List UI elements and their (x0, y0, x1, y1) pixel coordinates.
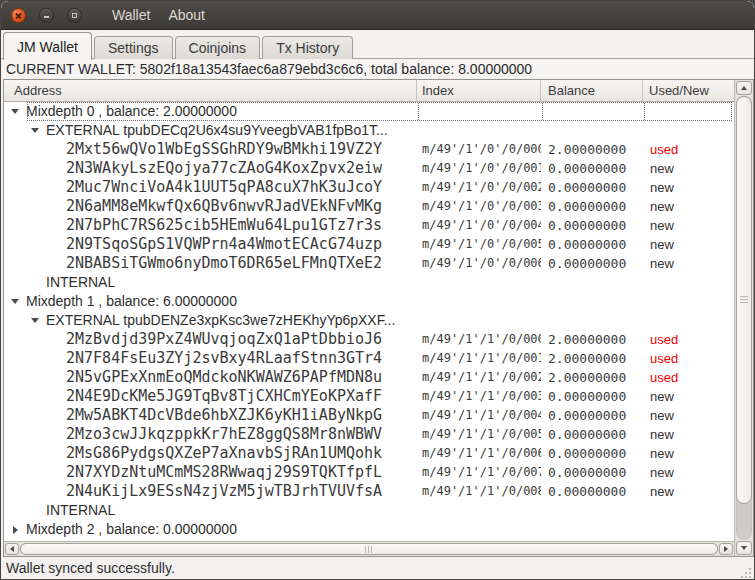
balance-cell: 2.00000000 (541, 330, 643, 349)
balance-cell: 2.00000000 (541, 349, 643, 368)
tree-row-address[interactable]: 2MzBvdjd39PxZ4WUvqjoqZxQ1aPtDbbioJ6m/49'… (4, 330, 734, 349)
scroll-left-button[interactable] (5, 543, 19, 555)
scroll-right-button[interactable] (719, 543, 733, 555)
column-header-address[interactable]: Address (4, 80, 417, 102)
tree-row-address[interactable]: 2N4E9DcKMe5JG9TqBv8TjCXHCmYEoKPXafFm/49'… (4, 387, 734, 406)
tree-row-address[interactable]: 2MsG86PydgsQXZeP7aXnavbSjRAn1UMQohkm/49'… (4, 444, 734, 463)
balance-cell: 0.00000000 (541, 197, 643, 216)
index-cell: m/49'/1'/1'/0/004 (417, 406, 541, 425)
resize-grip-icon[interactable] (739, 566, 751, 578)
column-header-index[interactable]: Index (417, 80, 541, 102)
tab-coinjoins[interactable]: Coinjoins (175, 36, 261, 59)
balance-cell (541, 292, 643, 311)
tree-row-address[interactable]: 2Mzo3cwJJkqzppkKr7hEZ8ggQS8Mr8nWBWVm/49'… (4, 425, 734, 444)
tree-row-address[interactable]: 2N6aMM8eMkwfQx6QBv6nwvRJadVEkNFvMKgm/49'… (4, 197, 734, 216)
tree-row-address[interactable]: 2N3WAkyLszEQojya77cZAoG4KoxZpvx2eiwm/49'… (4, 159, 734, 178)
expander-expanded-icon[interactable] (10, 102, 20, 121)
column-header-balance[interactable]: Balance (541, 80, 643, 102)
balance-cell: 0.00000000 (541, 387, 643, 406)
address-cell: 2MsG86PydgsQXZeP7aXnavbSjRAn1UMQohk (4, 444, 382, 463)
minimize-window-icon[interactable] (39, 8, 54, 23)
tree-label: INTERNAL (46, 273, 115, 292)
tab-bar: JM Wallet Settings Coinjoins Tx History (1, 30, 754, 59)
index-cell (417, 311, 541, 330)
status-cell: new (643, 235, 734, 254)
horizontal-scrollbar-thumb[interactable] (20, 543, 718, 555)
balance-cell (541, 102, 643, 121)
balance-cell: 0.00000000 (541, 444, 643, 463)
tree-row-address[interactable]: 2Mw5ABKT4DcVBde6hbXZJK6yKH1iAByNkpGm/49'… (4, 406, 734, 425)
arrow-up-icon (741, 86, 747, 90)
tree-row-address[interactable]: 2N4uKijLx9ESsN4zjVzM5jwTBJrhTVUVfsAm/49'… (4, 482, 734, 501)
balance-cell: 0.00000000 (541, 235, 643, 254)
index-cell: m/49'/1'/0'/0/001 (417, 159, 541, 178)
close-window-icon[interactable] (11, 8, 26, 23)
menubar: Wallet About (103, 3, 214, 27)
index-cell: m/49'/1'/1'/0/007 (417, 463, 541, 482)
tree-row-mixdepth[interactable]: Mixdepth 2 , balance: 0.00000000 (4, 520, 734, 539)
tree-row-address[interactable]: 2N5vGPExXnmEoQMdckoNKWAWZ6PAPfMDN8um/49'… (4, 368, 734, 387)
index-cell: m/49'/1'/0'/0/003 (417, 197, 541, 216)
balance-cell: 0.00000000 (541, 406, 643, 425)
tree-row-mixdepth[interactable]: Mixdepth 1 , balance: 6.00000000 (4, 292, 734, 311)
balance-cell (541, 273, 643, 292)
expander-expanded-icon[interactable] (30, 121, 40, 140)
tree-row-mixdepth[interactable]: Mixdepth 0 , balance: 2.00000000 (4, 102, 734, 121)
address-cell: 2N3WAkyLszEQojya77cZAoG4KoxZpvx2eiw (4, 159, 382, 178)
tree-row-address[interactable]: 2N7bPhC7RS625cib5HEmWu64Lpu1GTz7r3sm/49'… (4, 216, 734, 235)
vertical-scrollbar-thumb[interactable] (736, 96, 752, 504)
tree-row-address[interactable]: 2NBABSiTGWmo6nyDmoT6DR65eLFMnQTXeE2m/49'… (4, 254, 734, 273)
maximize-window-icon[interactable] (67, 8, 82, 23)
index-cell: m/49'/1'/0'/0/004 (417, 216, 541, 235)
scroll-up-button[interactable] (736, 81, 752, 95)
tree-row-address[interactable]: 2N9TSqoSGpS1VQWPrn4a4WmotECAcG74uzpm/49'… (4, 235, 734, 254)
status-message: Wallet synced successfully. (6, 560, 175, 576)
vertical-scrollbar-track[interactable] (736, 96, 752, 540)
tree-row-address[interactable]: 2Muc7WnciVoA4k1UUT5qPA8cuX7hK3uJcoYm/49'… (4, 178, 734, 197)
expander-collapsed-icon[interactable] (10, 520, 20, 539)
tree-row-branch[interactable]: INTERNAL (4, 501, 734, 520)
tree-row-branch[interactable]: EXTERNAL tpubDENZe3xpKsc3we7zHEKhyYp6pXX… (4, 311, 734, 330)
tab-jm-wallet[interactable]: JM Wallet (3, 32, 92, 60)
column-header-used-new[interactable]: Used/New (643, 80, 734, 102)
index-cell: m/49'/1'/1'/0/000 (417, 330, 541, 349)
address-cell: 2N7bPhC7RS625cib5HEmWu64Lpu1GTz7r3s (4, 216, 382, 235)
address-cell: 2Muc7WnciVoA4k1UUT5qPA8cuX7hK3uJcoY (4, 178, 382, 197)
balance-cell: 0.00000000 (541, 254, 643, 273)
vertical-scrollbar[interactable] (734, 80, 753, 556)
address-cell: 2NBABSiTGWmo6nyDmoT6DR65eLFMnQTXeE2 (4, 254, 382, 273)
horizontal-scrollbar-track[interactable] (20, 543, 718, 555)
tree-row-address[interactable]: 2Mxt56wQVo1WbEgSSGhRDY9wBMkhi19VZ2Ym/49'… (4, 140, 734, 159)
menu-about[interactable]: About (159, 3, 214, 27)
status-cell: used (643, 349, 734, 368)
index-cell: m/49'/1'/0'/0/000 (417, 140, 541, 159)
wallet-tree: Address Index Balance Used/New Mixdepth … (3, 79, 754, 557)
tree-row-address[interactable]: 2N7F84FsEu3ZYj2svBxy4RLaafStnn3GTr4m/49'… (4, 349, 734, 368)
arrow-left-icon (10, 546, 14, 552)
tree-row-branch[interactable]: EXTERNAL tpubDECq2U6x4su9YveegbVAB1fpBo1… (4, 121, 734, 140)
index-cell: m/49'/1'/1'/0/005 (417, 425, 541, 444)
expander-expanded-icon[interactable] (30, 311, 40, 330)
menu-wallet[interactable]: Wallet (103, 3, 159, 27)
scroll-down-button[interactable] (736, 541, 752, 555)
balance-cell: 0.00000000 (541, 159, 643, 178)
address-cell: 2Mzo3cwJJkqzppkKr7hEZ8ggQS8Mr8nWBWV (4, 425, 382, 444)
horizontal-scrollbar[interactable] (4, 541, 734, 556)
balance-cell (541, 121, 643, 140)
tab-tx-history[interactable]: Tx History (262, 36, 353, 59)
current-wallet-banner: CURRENT WALLET: 5802f18a13543faec6a879eb… (3, 60, 752, 78)
index-cell: m/49'/1'/1'/0/008 (417, 482, 541, 501)
index-cell: m/49'/1'/1'/0/002 (417, 368, 541, 387)
balance-cell: 0.00000000 (541, 482, 643, 501)
expander-expanded-icon[interactable] (10, 292, 20, 311)
status-cell: used (643, 140, 734, 159)
address-cell: 2MzBvdjd39PxZ4WUvqjoqZxQ1aPtDbbioJ6 (4, 330, 382, 349)
arrow-down-icon (741, 546, 747, 550)
arrow-right-icon (724, 546, 728, 552)
address-cell: 2N7XYDzNtuMCmMS28RWwaqj29S9TQKTfpfL (4, 463, 382, 482)
status-cell (643, 292, 734, 311)
tree-row-address[interactable]: 2N7XYDzNtuMCmMS28RWwaqj29S9TQKTfpfLm/49'… (4, 463, 734, 482)
tab-settings[interactable]: Settings (94, 36, 173, 59)
tree-row-branch[interactable]: INTERNAL (4, 273, 734, 292)
balance-cell: 2.00000000 (541, 368, 643, 387)
